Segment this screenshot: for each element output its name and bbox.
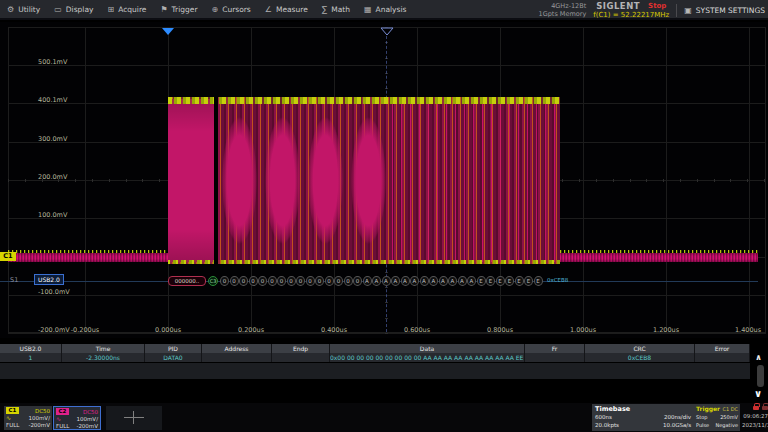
decode-byte-token: A bbox=[429, 276, 438, 286]
table-header-row: USB2.0TimePIDAddressEndpDataFrCRCError bbox=[0, 344, 750, 353]
decode-byte-token: 0 bbox=[268, 276, 277, 286]
add-channel-button[interactable] bbox=[106, 406, 162, 430]
acquisition-status: Stop bbox=[648, 2, 666, 10]
menu-item-label: Analysis bbox=[376, 5, 407, 14]
table-scroll-up-button[interactable]: ∧ bbox=[751, 352, 766, 363]
table-header-cell: Fr bbox=[525, 344, 585, 353]
waveform-display[interactable]: C1 S1 USB2.0 000000.. C3 000000000000000… bbox=[0, 22, 768, 338]
decode-byte-token: 0 bbox=[344, 276, 353, 286]
decode-byte-token: 0 bbox=[334, 276, 343, 286]
cursors-icon: ⊕ bbox=[211, 5, 218, 14]
waveform-lobe bbox=[304, 99, 347, 262]
decode-byte-token: E bbox=[524, 276, 533, 286]
decode-byte-token: 0 bbox=[315, 276, 324, 286]
decode-byte-token: 0 bbox=[258, 276, 267, 286]
channel-box-c1[interactable]: C1DC50∿100mV/FULL-200mV bbox=[4, 406, 52, 430]
system-settings-icon: ▣ bbox=[684, 6, 692, 15]
time-label: -0.200us bbox=[71, 326, 99, 334]
table-header-cell: CRC bbox=[585, 344, 695, 353]
decode-byte-token: 0 bbox=[249, 276, 258, 286]
channel-scale: 100mV/ bbox=[29, 415, 50, 421]
memory-label: 1Gpts Memory bbox=[539, 10, 587, 18]
divider bbox=[676, 4, 677, 17]
voltage-label: -100.0mV bbox=[38, 288, 70, 296]
flag-icon: ⚑ bbox=[160, 5, 167, 14]
voltage-label: 200.0mV bbox=[38, 173, 67, 181]
waveform-lobe bbox=[218, 99, 261, 262]
channel-box-c2[interactable]: C2DC50∿100mV/FULL-200mV bbox=[53, 406, 101, 430]
menu-item-acquire[interactable]: ⊞Acquire bbox=[100, 0, 153, 19]
table-header-cell: Error bbox=[695, 344, 750, 353]
decode-byte-token: A bbox=[382, 276, 391, 286]
table-cell: 0xCEB8 bbox=[585, 353, 695, 362]
waveform-striped-section bbox=[392, 99, 560, 262]
trigger-level: 250mV bbox=[720, 413, 738, 421]
decode-byte-token: 0 bbox=[277, 276, 286, 286]
time-label: 1.200us bbox=[653, 326, 679, 334]
decode-byte-token: E bbox=[496, 276, 505, 286]
table-header-cell: PID bbox=[145, 344, 202, 353]
voltage-label: 500.1mV bbox=[38, 58, 67, 66]
voltage-label: -200.0mV bbox=[38, 326, 70, 334]
decode-byte-tokens: 000000000000000AAAAAAAAAAAAEEEEEEE bbox=[220, 276, 543, 286]
table-scrollbar[interactable] bbox=[757, 365, 764, 387]
waveform-lobe bbox=[347, 99, 390, 262]
decode-byte-token: 0 bbox=[230, 276, 239, 286]
table-header-cell: Data bbox=[330, 344, 525, 353]
table-cell: DATA0 bbox=[145, 353, 202, 362]
table-expand-chevron-icon[interactable]: ∨ bbox=[750, 388, 766, 402]
channel-row: FULL-200mV bbox=[6, 422, 50, 429]
decode-sync-field: 000000.. bbox=[168, 276, 206, 286]
timebase-delay: 600ns bbox=[595, 413, 612, 421]
waveform-lobe bbox=[261, 99, 304, 262]
menu-item-utility[interactable]: ⚙Utility bbox=[0, 0, 47, 19]
trigger-status: Stop bbox=[696, 413, 707, 421]
menu-item-label: Trigger bbox=[172, 5, 198, 14]
menu-item-label: Acquire bbox=[118, 5, 146, 14]
decode-crc-value: 0xCEB8 bbox=[547, 277, 568, 283]
system-settings-button[interactable]: ▣ SYSTEM SETTINGS bbox=[684, 6, 765, 15]
decode-byte-token: A bbox=[391, 276, 400, 286]
top-menu-bar: ⚙Utility▭Display⊞Acquire⚑Trigger⊕Cursors… bbox=[0, 0, 768, 20]
decode-byte-token: 0 bbox=[296, 276, 305, 286]
timebase-samples: 20.0kpts bbox=[595, 421, 619, 429]
channel-bandwidth: FULL bbox=[6, 422, 19, 428]
menu-item-cursors[interactable]: ⊕Cursors bbox=[204, 0, 257, 19]
decode-byte-token: 0 bbox=[306, 276, 315, 286]
trigger-center-marker[interactable] bbox=[380, 27, 394, 36]
decode-byte-token: E bbox=[534, 276, 543, 286]
menu-item-measure[interactable]: ∠Measure bbox=[258, 0, 315, 19]
menu-item-display[interactable]: ▭Display bbox=[47, 0, 100, 19]
decode-byte-token: E bbox=[505, 276, 514, 286]
decode-byte-token: A bbox=[363, 276, 372, 286]
menu-item-label: Display bbox=[66, 5, 94, 14]
table-header-cell: Address bbox=[202, 344, 272, 353]
menu-item-label: Cursors bbox=[222, 5, 251, 14]
timebase-descriptor[interactable]: Timebase 600ns 200ns/div 20.0kpts 10.0GS… bbox=[592, 404, 694, 431]
time-label: 0.000us bbox=[155, 326, 181, 334]
menu-item-math[interactable]: ∑Math bbox=[315, 0, 357, 19]
time-label: 0.200us bbox=[238, 326, 264, 334]
time-label: 0.400us bbox=[321, 326, 347, 334]
time-label: 0.800us bbox=[487, 326, 513, 334]
voltage-label: 100.0mV bbox=[38, 211, 67, 219]
menu-item-label: Measure bbox=[276, 5, 308, 14]
table-cell: -2.30000ns bbox=[62, 353, 145, 362]
menu-item-trigger[interactable]: ⚑Trigger bbox=[153, 0, 204, 19]
trigger-descriptor[interactable]: Trigger C1 DC Stop 250mV Pulse Negative bbox=[694, 404, 740, 431]
system-date: 2023/11/3 bbox=[742, 421, 768, 430]
lock-indicators bbox=[742, 404, 768, 412]
table-row[interactable]: 1-2.30000nsDATA00x00 00 00 00 00 00 00 0… bbox=[0, 353, 750, 362]
trigger-delay-marker[interactable] bbox=[162, 28, 174, 35]
decode-byte-token: 0 bbox=[325, 276, 334, 286]
plus-icon bbox=[133, 411, 134, 424]
menu-item-analysis[interactable]: ▦Analysis bbox=[357, 0, 413, 19]
decode-pid-token: C3 bbox=[208, 276, 218, 286]
decode-table: USB2.0TimePIDAddressEndpDataFrCRCError1-… bbox=[0, 344, 768, 379]
time-label: 1.000us bbox=[570, 326, 596, 334]
c1-trace-handle[interactable]: C1 bbox=[0, 252, 16, 261]
table-header-cell: Time bbox=[62, 344, 145, 353]
decode-table-rows: USB2.0TimePIDAddressEndpDataFrCRCError1-… bbox=[0, 344, 768, 362]
usb-packet-waveform bbox=[168, 97, 560, 264]
channel-bandwidth: FULL bbox=[56, 423, 69, 429]
